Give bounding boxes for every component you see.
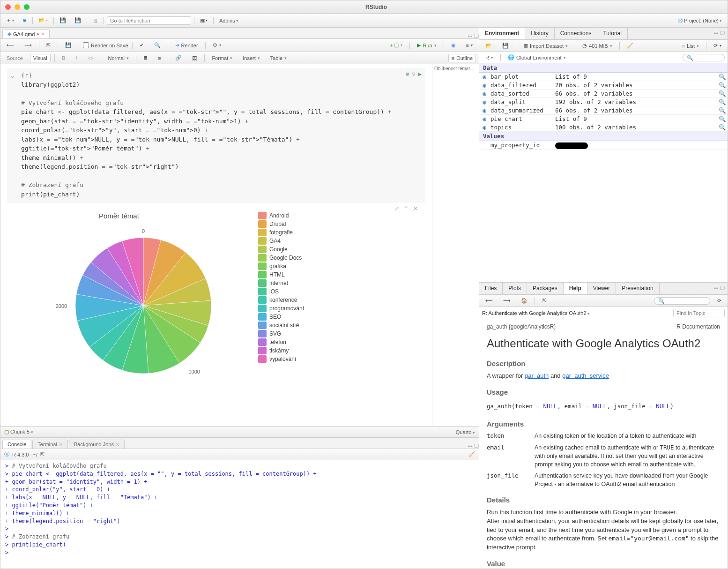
code-chunk[interactable]: ⌄ ⚙ ▽ ▶ {r} library(ggplot2) # Vytvoření…: [7, 68, 425, 203]
env-row[interactable]: ◉pie_chartList of 9🔍: [479, 115, 728, 123]
render-button[interactable]: ➜Render: [172, 41, 201, 50]
view-mode-menu[interactable]: ≡ List: [678, 42, 702, 50]
expand-icon[interactable]: ◉: [479, 115, 490, 122]
env-row[interactable]: ◉data_sorted66 obs. of 2 variables🔍: [479, 90, 728, 98]
help-body[interactable]: ga_auth {googleAnalyticsR} R Documentati…: [479, 319, 728, 569]
view-icon[interactable]: 🔍: [717, 82, 728, 89]
minimize-pane-icon[interactable]: ▭: [468, 442, 472, 449]
goto-file-search[interactable]: [107, 16, 191, 25]
numbered-list-button[interactable]: ≡: [155, 54, 164, 62]
view-icon[interactable]: 🔍: [717, 115, 728, 122]
close-icon[interactable]: ✕: [116, 442, 119, 447]
load-workspace-button[interactable]: 📂: [482, 41, 495, 50]
quarto-status[interactable]: Quarto: [456, 429, 475, 435]
refresh-env-button[interactable]: ⟳▾: [710, 41, 725, 50]
tab-background-jobs[interactable]: Background Jobs ✕: [69, 440, 125, 449]
new-project-button[interactable]: ⊕: [20, 16, 30, 25]
tab-tutorial[interactable]: Tutorial: [597, 28, 628, 39]
project-menu[interactable]: Ⓡ Project: (None): [675, 15, 725, 25]
tab-presentation[interactable]: Presentation: [616, 283, 659, 294]
outline-toggle-button[interactable]: ≡ Outline: [448, 54, 476, 62]
chart-close-icon[interactable]: ✕: [413, 205, 418, 212]
print-button[interactable]: 🖨: [90, 16, 101, 25]
env-scope-menu[interactable]: 🌐 Global Environment: [505, 53, 569, 62]
bold-button[interactable]: B: [59, 54, 69, 62]
view-icon[interactable]: 🔍: [717, 98, 728, 105]
spellcheck-button[interactable]: ✔: [136, 41, 147, 50]
tab-environment[interactable]: Environment: [479, 28, 525, 39]
render-on-save-checkbox[interactable]: Render on Save: [83, 42, 128, 48]
minimize-pane-icon[interactable]: ▭: [468, 32, 472, 38]
wd-popup-icon[interactable]: ⇱: [40, 451, 45, 457]
close-tab-icon[interactable]: ✕: [41, 31, 45, 37]
link-gar-auth[interactable]: gar_auth: [525, 372, 549, 379]
maximize-pane-icon[interactable]: ▢: [720, 30, 725, 37]
env-row[interactable]: my_property_id: [479, 141, 728, 150]
tab-files[interactable]: Files: [479, 283, 503, 294]
tab-packages[interactable]: Packages: [527, 283, 564, 294]
tab-help[interactable]: Help: [564, 283, 587, 294]
minimize-pane-icon[interactable]: ▭: [713, 30, 718, 37]
zoom-window-icon[interactable]: [24, 4, 30, 10]
outline-item[interactable]: Oblíbenost témat…: [434, 66, 477, 71]
expand-icon[interactable]: ◉: [479, 82, 490, 89]
clear-workspace-button[interactable]: 🧹: [624, 41, 637, 50]
view-icon[interactable]: 🔍: [717, 73, 728, 80]
help-refresh-button[interactable]: ⟳: [714, 296, 725, 305]
help-popout-button[interactable]: ⇱: [539, 296, 550, 305]
bullet-list-button[interactable]: ≣: [140, 53, 151, 62]
publish-button[interactable]: ◉: [448, 41, 459, 50]
tools-grid-button[interactable]: ▦▾: [197, 16, 210, 25]
env-search-input[interactable]: [683, 54, 725, 61]
tab-viewer[interactable]: Viewer: [587, 283, 616, 294]
source-editor[interactable]: ⌄ ⚙ ▽ ▶ {r} library(ggplot2) # Vytvoření…: [0, 64, 432, 426]
minimize-pane-icon[interactable]: ▭: [713, 284, 718, 292]
link-gar-auth-service[interactable]: gar_auth_service: [562, 372, 609, 379]
env-row[interactable]: ◉topics100 obs. of 2 variables🔍: [479, 123, 728, 132]
link-button[interactable]: 🔗: [172, 53, 185, 62]
chart-expand-icon[interactable]: ⌃: [404, 205, 409, 212]
save-source-button[interactable]: 💾: [62, 41, 75, 50]
chunk-fold-icon[interactable]: ⌄: [11, 71, 15, 80]
find-in-topic-input[interactable]: [673, 309, 725, 317]
tab-history[interactable]: History: [525, 28, 554, 39]
goto-file-input[interactable]: [107, 16, 191, 25]
minimize-window-icon[interactable]: [15, 4, 20, 10]
image-button[interactable]: 🖼: [189, 54, 201, 62]
console-body[interactable]: > # Vytvoření koláčového grafu> pie_char…: [0, 460, 479, 569]
forward-button[interactable]: ⟶: [21, 41, 35, 50]
tab-plots[interactable]: Plots: [503, 283, 527, 294]
source-mode-button[interactable]: Source: [3, 54, 26, 62]
tab-terminal[interactable]: Terminal ✕: [32, 440, 68, 449]
tab-connections[interactable]: Connections: [555, 28, 598, 39]
new-file-button[interactable]: ＋▾: [3, 15, 17, 25]
import-dataset-menu[interactable]: ▦ Import Dataset: [520, 41, 571, 50]
expand-icon[interactable]: ◉: [479, 98, 490, 105]
table-menu[interactable]: Table: [267, 54, 290, 62]
help-home-button[interactable]: 🏠: [518, 296, 531, 305]
paragraph-style-menu[interactable]: Normal: [105, 54, 132, 62]
clear-console-icon[interactable]: 🧹: [468, 451, 475, 457]
help-topic-label[interactable]: R: Authenticate with Google Analytics OA…: [482, 310, 669, 316]
insert-menu[interactable]: Insert: [239, 54, 263, 62]
view-icon[interactable]: 🔍: [717, 124, 728, 131]
expand-icon[interactable]: ◉: [479, 73, 490, 80]
open-file-button[interactable]: 📂▾: [36, 16, 51, 25]
run-above-icon[interactable]: ▽: [412, 70, 416, 78]
insert-chunk-button[interactable]: ＋▢▾: [386, 40, 406, 50]
env-row[interactable]: ◉bar_plotList of 9🔍: [479, 73, 728, 81]
chunk-options-icon[interactable]: ⚙: [406, 70, 409, 78]
expand-icon[interactable]: ◉: [479, 107, 490, 114]
help-forward-button[interactable]: ⟶: [500, 296, 514, 305]
view-icon[interactable]: 🔍: [717, 90, 728, 97]
source-tab[interactable]: ◆ GA4.qmd• ✕: [2, 29, 50, 38]
settings-gear-button[interactable]: ⚙▾: [209, 41, 224, 50]
env-row[interactable]: ◉data_filtered20 obs. of 2 variables🔍: [479, 81, 728, 90]
code-button[interactable]: <>: [84, 54, 97, 62]
find-button[interactable]: 🔍: [151, 41, 164, 50]
close-window-icon[interactable]: [5, 4, 11, 10]
env-row[interactable]: ◉data_split192 obs. of 2 variables🔍: [479, 98, 728, 106]
visual-mode-button[interactable]: Visual: [30, 54, 51, 62]
view-icon[interactable]: 🔍: [717, 107, 728, 114]
expand-icon[interactable]: ◉: [479, 124, 490, 131]
